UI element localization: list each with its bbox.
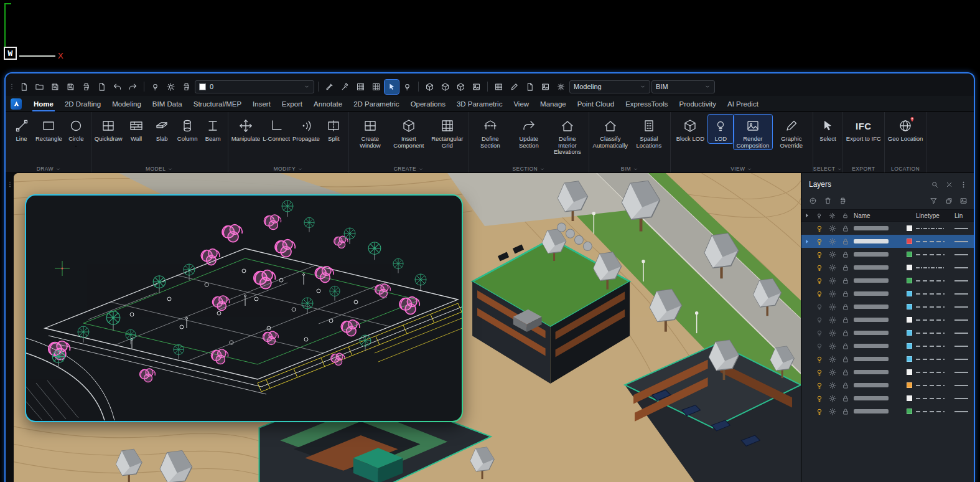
layer-row[interactable] bbox=[801, 405, 974, 418]
panel-grip-icon[interactable] bbox=[6, 173, 14, 482]
delete-layer-icon[interactable] bbox=[824, 197, 832, 205]
color-dropper-icon[interactable] bbox=[338, 80, 352, 94]
layer-freeze-icon[interactable] bbox=[828, 224, 837, 233]
layer-on-icon[interactable] bbox=[815, 316, 824, 324]
undo-icon[interactable] bbox=[110, 80, 124, 94]
search-icon[interactable] bbox=[931, 181, 939, 189]
redo-icon[interactable] bbox=[126, 80, 140, 94]
layer-row[interactable] bbox=[801, 222, 974, 235]
layer-lineweight[interactable] bbox=[954, 372, 968, 373]
layer-row[interactable] bbox=[801, 366, 974, 379]
layer-lock-icon[interactable] bbox=[841, 290, 850, 298]
layer-row[interactable] bbox=[801, 261, 974, 274]
tab-home[interactable]: Home bbox=[28, 96, 59, 111]
tool-update-section[interactable]: Update Section bbox=[510, 115, 548, 149]
layer-lineweight[interactable] bbox=[954, 241, 968, 242]
layer-freeze-icon[interactable] bbox=[828, 394, 837, 403]
tab-2d-drafting[interactable]: 2D Drafting bbox=[59, 96, 106, 111]
layer-lock-icon[interactable] bbox=[841, 342, 850, 351]
layer-lineweight[interactable] bbox=[954, 306, 968, 308]
layer-lineweight[interactable] bbox=[954, 228, 968, 229]
layer-row[interactable] bbox=[801, 352, 974, 366]
layer-color-swatch[interactable] bbox=[907, 395, 912, 401]
layer-on-icon[interactable] bbox=[815, 290, 824, 298]
tool-classify-automatically[interactable]: Classify Automatically bbox=[591, 115, 630, 149]
tab-point-cloud[interactable]: Point Cloud bbox=[572, 96, 620, 111]
tab-export[interactable]: Export bbox=[276, 96, 308, 111]
tool-l-connect[interactable]: L-Connect bbox=[261, 115, 291, 143]
layer-states-icon[interactable] bbox=[839, 197, 847, 205]
layer-lineweight[interactable] bbox=[954, 411, 968, 412]
layer-color-swatch[interactable] bbox=[907, 304, 912, 310]
tab-expresstools[interactable]: ExpressTools bbox=[620, 96, 673, 111]
layer-lock-icon[interactable] bbox=[841, 394, 850, 403]
new-file-icon[interactable] bbox=[17, 80, 31, 94]
chevron-down-icon[interactable] bbox=[837, 166, 842, 172]
layer-color-swatch[interactable] bbox=[907, 356, 912, 362]
layer-lineweight[interactable] bbox=[954, 359, 968, 360]
layer-lock-icon[interactable] bbox=[841, 276, 850, 285]
layer-on-icon[interactable] bbox=[815, 263, 824, 272]
layer-color-swatch[interactable] bbox=[907, 330, 912, 336]
layer-row[interactable] bbox=[801, 248, 974, 261]
layer-row[interactable] bbox=[801, 313, 974, 326]
layer-lock-icon[interactable] bbox=[841, 303, 850, 311]
layer-row[interactable] bbox=[801, 274, 974, 287]
layer-on-icon[interactable] bbox=[815, 355, 824, 364]
workspace-select[interactable]: Modeling bbox=[569, 80, 650, 93]
layer-linetype[interactable] bbox=[916, 228, 945, 229]
tool-quickdraw[interactable]: Quickdraw bbox=[93, 115, 124, 143]
tab-2d-parametric[interactable]: 2D Parametric bbox=[348, 96, 405, 111]
layer-lineweight[interactable] bbox=[954, 254, 968, 255]
tab-productivity[interactable]: Productivity bbox=[674, 96, 722, 111]
save-icon[interactable] bbox=[48, 80, 62, 94]
tool-render-composition[interactable]: Render Composition bbox=[734, 115, 772, 149]
layer-color-swatch[interactable] bbox=[907, 382, 912, 388]
render-icon[interactable] bbox=[469, 80, 483, 94]
layer-row[interactable] bbox=[801, 235, 974, 248]
print-icon[interactable] bbox=[79, 80, 93, 94]
layer-linetype[interactable] bbox=[916, 267, 945, 268]
layer-on-icon[interactable] bbox=[815, 368, 824, 377]
layer-linetype[interactable] bbox=[916, 385, 945, 386]
layer-row[interactable] bbox=[801, 392, 974, 405]
plot-style-icon[interactable] bbox=[179, 80, 194, 94]
layer-freeze-toggle-icon[interactable] bbox=[164, 80, 178, 94]
layer-freeze-icon[interactable] bbox=[828, 342, 837, 351]
layer-freeze-icon[interactable] bbox=[828, 316, 837, 324]
layer-freeze-icon[interactable] bbox=[828, 290, 837, 298]
chevron-down-icon[interactable] bbox=[539, 166, 545, 172]
layer-lineweight[interactable] bbox=[954, 267, 968, 268]
tab-manage[interactable]: Manage bbox=[534, 96, 572, 111]
tab-bim-data[interactable]: BIM Data bbox=[147, 96, 188, 111]
tool-beam[interactable]: Beam bbox=[200, 115, 226, 143]
layer-freeze-icon[interactable] bbox=[828, 407, 837, 416]
publish-icon[interactable] bbox=[95, 80, 109, 94]
layer-on-icon[interactable] bbox=[815, 342, 824, 351]
profile-select[interactable]: BIM bbox=[651, 80, 715, 93]
layer-linetype[interactable] bbox=[916, 372, 945, 373]
tool-rectangle[interactable]: Rectangle bbox=[34, 115, 63, 143]
layer-freeze-icon[interactable] bbox=[828, 263, 837, 272]
tab-ai-predict[interactable]: AI Predict bbox=[722, 96, 764, 111]
tool-rectangular-grid[interactable]: Rectangular Grid bbox=[428, 115, 467, 149]
layer-freeze-icon[interactable] bbox=[828, 303, 837, 311]
layer-freeze-icon[interactable] bbox=[828, 237, 837, 246]
current-layer-select[interactable]: 0 bbox=[195, 80, 314, 93]
view-realistic-icon[interactable] bbox=[454, 80, 468, 94]
merge-layers-icon[interactable] bbox=[945, 197, 953, 205]
layer-linetype[interactable] bbox=[916, 359, 945, 360]
layer-row[interactable] bbox=[801, 339, 974, 352]
layer-color-swatch[interactable] bbox=[907, 278, 912, 283]
layer-linetype[interactable] bbox=[916, 293, 945, 295]
chevron-down-icon[interactable] bbox=[167, 166, 173, 172]
chevron-down-icon[interactable] bbox=[418, 166, 424, 172]
layer-lineweight[interactable] bbox=[954, 346, 968, 347]
layer-freeze-icon[interactable] bbox=[828, 250, 837, 259]
layer-lock-icon[interactable] bbox=[841, 263, 850, 272]
layer-on-icon[interactable] bbox=[815, 329, 824, 338]
sheet-set-icon[interactable] bbox=[523, 80, 537, 94]
layer-linetype[interactable] bbox=[916, 319, 945, 321]
tool-graphic-override[interactable]: Graphic Override bbox=[772, 115, 811, 149]
chevron-down-icon[interactable] bbox=[747, 166, 752, 172]
